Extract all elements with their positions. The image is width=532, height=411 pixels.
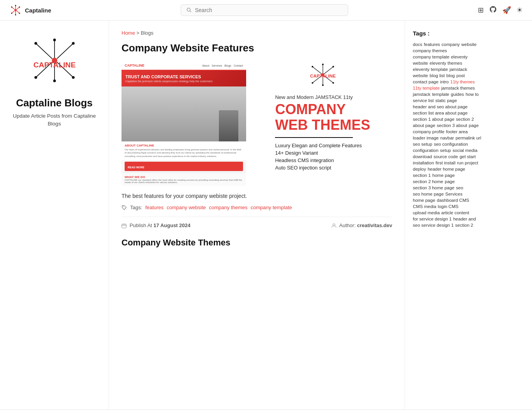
tag-cloud-item[interactable]: features <box>424 42 440 47</box>
tag-company-template[interactable]: company template <box>251 205 292 210</box>
tag-cloud-item[interactable]: get start <box>460 154 476 159</box>
tag-cloud-item[interactable]: source code <box>433 154 458 159</box>
tag-cloud-item[interactable]: for service design 1 <box>413 217 452 221</box>
captaline-right-logo: CAPTALINE <box>303 61 342 90</box>
tag-cloud-item[interactable]: first install <box>435 161 455 165</box>
svg-point-43 <box>123 206 124 207</box>
tag-company-website[interactable]: company website <box>167 205 206 210</box>
tag-cloud-item[interactable]: seo setup <box>413 142 432 146</box>
tag-cloud-item[interactable]: navbar <box>440 136 454 140</box>
svg-point-12 <box>11 13 12 14</box>
tag-cloud-item[interactable]: permalink url <box>456 136 481 140</box>
tag-cloud-item[interactable]: section 2 <box>455 223 473 228</box>
tag-cloud-item[interactable]: home page <box>432 173 455 178</box>
svg-point-9 <box>11 7 12 8</box>
tag-cloud-item[interactable]: download <box>413 154 432 159</box>
tag-cloud-item[interactable]: website <box>462 42 477 47</box>
tag-cloud-item[interactable]: static page <box>435 98 457 103</box>
grid-icon[interactable]: ⊞ <box>478 6 484 14</box>
tag-cloud-item[interactable]: blog <box>446 73 455 78</box>
tags-sidebar: Tags : docsfeaturescompanywebsitecompany… <box>405 21 491 409</box>
tags-sidebar-title: Tags : <box>413 30 483 37</box>
tag-cloud-item[interactable]: company themes <box>413 48 447 53</box>
search-bar[interactable] <box>181 4 348 16</box>
svg-point-25 <box>72 76 74 79</box>
tag-cloud-item[interactable]: company <box>442 42 460 47</box>
tag-cloud-item[interactable]: footer area <box>446 129 468 134</box>
tag-cloud-item[interactable]: service list <box>413 98 434 103</box>
tag-cloud-item[interactable]: run project <box>457 161 478 165</box>
tag-cloud-item[interactable]: page <box>445 179 455 184</box>
tag-cloud-item[interactable]: seo <box>456 185 463 190</box>
tag-cloud-item[interactable]: installation <box>413 161 434 165</box>
search-input[interactable] <box>195 7 343 13</box>
right-title-line2: WEB THEMES <box>275 117 370 133</box>
tag-cloud-item[interactable]: Services <box>445 192 462 196</box>
tag-cloud-item[interactable]: header and seo about page <box>413 104 468 109</box>
tag-cloud-item[interactable]: upload media <box>413 210 440 215</box>
tag-cloud-item[interactable]: 11ty template <box>413 86 440 90</box>
author: Author: creativitas.dev <box>331 222 392 228</box>
tag-cloud-item[interactable]: section 2 home <box>413 179 443 184</box>
tag-cloud-item[interactable]: article content <box>441 210 469 215</box>
tag-cloud-item[interactable]: post <box>456 73 465 78</box>
tag-cloud-item[interactable]: how to <box>465 92 479 97</box>
publish-date: Publish At 17 August 2024 <box>122 222 190 228</box>
page-layout: CAPTALINE Captaline Blogs Update Article… <box>0 21 532 409</box>
breadcrumb-home[interactable]: Home <box>122 30 135 36</box>
tag-company-themes[interactable]: company themes <box>209 205 248 210</box>
tags-label: Tags: <box>130 205 142 210</box>
tag-cloud-item[interactable]: website <box>413 61 428 65</box>
tag-cloud-item[interactable]: company template <box>413 55 449 59</box>
github-icon[interactable] <box>489 5 497 15</box>
tag-cloud-item[interactable]: website <box>413 73 428 78</box>
tag-features[interactable]: features <box>145 205 164 210</box>
tag-cloud-item[interactable]: seo home page <box>413 192 444 196</box>
tag-cloud-item[interactable]: section 3 home page <box>413 185 454 190</box>
tag-cloud-item[interactable]: section 3 about <box>437 123 467 128</box>
tag-cloud-item[interactable]: section list area about page <box>413 111 468 115</box>
article-title: Company Website Features <box>122 42 392 54</box>
tag-cloud-item[interactable]: eleventy themes <box>430 61 462 65</box>
tag-cloud-item[interactable]: template <box>432 92 449 97</box>
tag-cloud-item[interactable]: login CMS <box>438 204 458 209</box>
tag-cloud-item[interactable]: header and <box>453 217 476 221</box>
tag-cloud-item[interactable]: seo service design 1 <box>413 223 454 228</box>
tag-cloud-item[interactable]: header home page <box>428 167 465 171</box>
search-icon <box>187 7 192 13</box>
tag-cloud-item[interactable]: about page <box>413 123 435 128</box>
rocket-icon[interactable]: 🚀 <box>502 6 511 14</box>
tag-cloud-item[interactable]: setup <box>440 148 451 153</box>
tag-cloud-item[interactable]: docs <box>413 42 422 47</box>
tag-cloud-item[interactable]: section 1 about page <box>413 117 454 122</box>
feature-item: Luxury Elegan and Complete Features <box>275 143 370 148</box>
svg-text:CAPTALINE: CAPTALINE <box>310 73 336 78</box>
tag-cloud-item[interactable]: home page <box>413 198 435 203</box>
tag-cloud-item[interactable]: jamstack themes <box>441 86 475 90</box>
tag-cloud-item[interactable]: seo configuration <box>434 142 468 146</box>
tag-cloud-item[interactable]: blog list <box>430 73 445 78</box>
tag-cloud-item[interactable]: jamstack <box>449 67 467 72</box>
tag-cloud-item[interactable]: section 1 <box>413 173 431 178</box>
tag-cloud-item[interactable]: eleventy <box>451 55 468 59</box>
tag-cloud-item[interactable]: contact page <box>413 79 439 84</box>
right-title-line1: COMPANY <box>275 101 345 117</box>
tag-cloud-item[interactable]: page <box>469 123 479 128</box>
tag-cloud-item[interactable]: CMS media <box>413 204 436 209</box>
author-name[interactable]: creativitas.dev <box>357 222 392 228</box>
tag-cloud-item[interactable]: eleventy template <box>413 67 448 72</box>
tag-cloud-item[interactable]: social media <box>453 148 477 153</box>
tag-cloud-item[interactable]: section 2 <box>456 117 474 122</box>
tag-cloud-item[interactable]: guides <box>451 92 464 97</box>
sun-icon[interactable]: ☀ <box>516 6 523 14</box>
tag-cloud-item[interactable]: intro <box>440 79 449 84</box>
tag-cloud-item[interactable]: company profile <box>413 129 444 134</box>
tag-cloud-item[interactable]: jamstack <box>413 92 430 97</box>
tag-cloud-item[interactable]: loader image <box>413 136 439 140</box>
tag-cloud-item[interactable]: deploy <box>413 167 426 171</box>
tag-cloud-item[interactable]: dashboard CMS <box>437 198 469 203</box>
brand-logo[interactable]: Captaline <box>9 4 51 16</box>
breadcrumb-current: Blogs <box>141 30 154 36</box>
tag-cloud-item[interactable]: 11ty themes <box>450 79 475 84</box>
tag-cloud-item[interactable]: configuration <box>413 148 439 153</box>
